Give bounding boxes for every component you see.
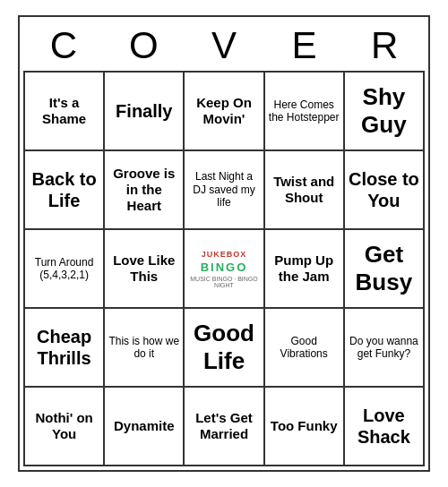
bingo-cell: Love Like This — [105, 230, 185, 309]
cell-text: Twist and Shout — [269, 174, 340, 206]
bingo-cell: Too Funky — [265, 388, 345, 466]
bingo-cell: This is how we do it — [105, 309, 185, 388]
cell-text: Last Night a DJ saved my life — [188, 170, 259, 209]
bingo-cell: Get Busy — [345, 230, 425, 309]
cell-text: Love Shack — [349, 405, 419, 448]
cell-text: This is how we do it — [108, 335, 179, 361]
bingo-cell: Back to Life — [25, 151, 105, 230]
cell-text: Groove is in the Heart — [108, 166, 179, 214]
cell-text: Good Vibrations — [269, 335, 340, 361]
cell-text: Cheap Thrills — [29, 326, 99, 369]
cell-text: Here Comes the Hotstepper — [269, 98, 340, 124]
bingo-cell: It's a Shame — [25, 73, 105, 151]
bingo-cell: Last Night a DJ saved my life — [185, 151, 264, 230]
cell-text: Back to Life — [29, 168, 99, 211]
cell-text: Let's Get Married — [188, 410, 259, 442]
bingo-cell: Do you wanna get Funky? — [345, 309, 425, 388]
header-letter: O — [104, 21, 185, 71]
cell-text: Turn Around (5,4,3,2,1) — [29, 256, 99, 282]
cell-text: Good Life — [188, 320, 259, 375]
cell-text: Keep On Movin' — [188, 95, 259, 127]
cell-text: Pump Up the Jam — [269, 252, 340, 285]
bingo-cell: JUKEBOXBINGOMUSIC BINGO · BINGO NIGHT — [185, 230, 264, 309]
header-letter: V — [184, 21, 264, 71]
header-letter: R — [344, 21, 425, 71]
cell-text: Finally — [116, 100, 172, 122]
bingo-cell: Finally — [105, 73, 185, 151]
bingo-cell: Good Life — [185, 309, 264, 388]
bingo-cell: Groove is in the Heart — [105, 151, 185, 230]
bingo-grid: It's a ShameFinallyKeep On Movin'Here Co… — [23, 71, 425, 466]
cell-text: It's a Shame — [29, 95, 99, 127]
cell-text: Love Like This — [108, 252, 179, 285]
bingo-cell: Shy Guy — [345, 73, 425, 151]
bingo-cell: Pump Up the Jam — [265, 230, 345, 309]
cell-text: Too Funky — [271, 418, 338, 434]
bingo-cell: Here Comes the Hotstepper — [265, 73, 345, 151]
bingo-cell: Cheap Thrills — [25, 309, 105, 388]
bingo-cell: Turn Around (5,4,3,2,1) — [25, 230, 105, 309]
bingo-header: COVER — [23, 21, 425, 71]
bingo-cell: Good Vibrations — [265, 309, 345, 388]
header-letter: E — [264, 21, 345, 71]
bingo-cell: Nothi' on You — [25, 388, 105, 466]
bingo-cell: Love Shack — [345, 388, 425, 466]
cell-text: Nothi' on You — [29, 410, 99, 442]
bingo-cell: Twist and Shout — [265, 151, 345, 230]
cell-text: Do you wanna get Funky? — [349, 335, 419, 361]
cell-text: Dynamite — [114, 418, 175, 434]
bingo-cell: Dynamite — [105, 388, 185, 466]
bingo-cell: Let's Get Married — [185, 388, 264, 466]
bingo-card: COVER It's a ShameFinallyKeep On Movin'H… — [18, 15, 430, 472]
bingo-cell: Keep On Movin' — [185, 73, 264, 151]
cell-text: Get Busy — [349, 241, 419, 296]
cell-text: Shy Guy — [349, 83, 419, 139]
cell-text: Close to You — [349, 168, 419, 211]
header-letter: C — [23, 21, 104, 71]
bingo-cell: Close to You — [345, 151, 425, 230]
free-space: JUKEBOXBINGOMUSIC BINGO · BINGO NIGHT — [188, 250, 259, 288]
